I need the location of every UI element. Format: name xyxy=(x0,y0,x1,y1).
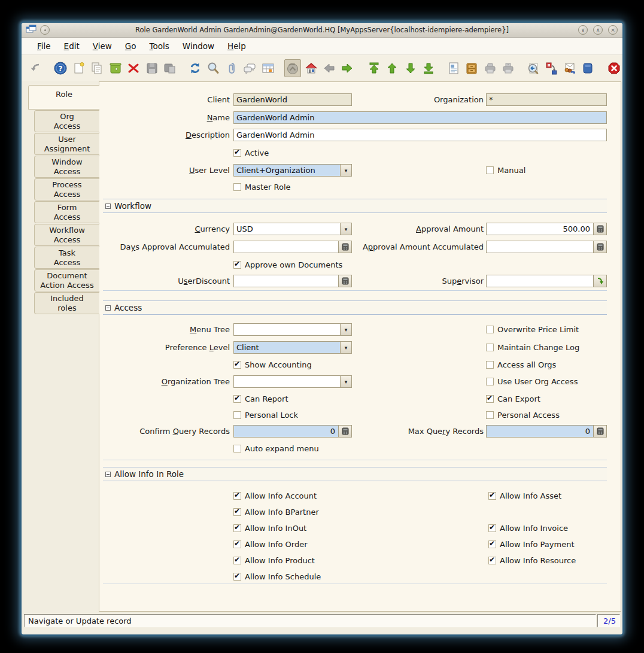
userdiscount-field[interactable] xyxy=(233,275,352,287)
chevron-down-icon[interactable]: ▾ xyxy=(340,165,351,176)
can-report-checkbox[interactable]: Can Report xyxy=(233,394,288,403)
menu-file[interactable]: File xyxy=(31,40,57,53)
window-menu-button[interactable] xyxy=(40,25,50,35)
section-allow-info[interactable]: Allow Info In Role xyxy=(103,467,607,481)
chevron-down-icon[interactable]: ▾ xyxy=(340,376,351,387)
calculator-icon[interactable] xyxy=(593,426,606,437)
calculator-icon[interactable] xyxy=(338,241,351,253)
allow-info-schedule-checkbox-box[interactable] xyxy=(233,573,241,581)
menu-window[interactable]: Window xyxy=(176,40,221,53)
allow-info-bpartner-checkbox[interactable]: Allow Info BPartner xyxy=(233,507,319,517)
access-all-orgs-checkbox[interactable]: Access all Orgs xyxy=(486,360,556,369)
calculator-icon[interactable] xyxy=(338,275,351,287)
menu-tree-combo[interactable]: ▾ xyxy=(233,323,352,336)
exit-icon[interactable] xyxy=(606,59,622,77)
user-level-combo[interactable]: Client+Organization▾ xyxy=(233,164,352,177)
print-preview-icon[interactable] xyxy=(500,59,517,77)
previous-record-icon[interactable] xyxy=(384,59,400,77)
undo-icon[interactable] xyxy=(28,59,44,77)
allow-info-invoice-checkbox[interactable]: Allow Info Invoice xyxy=(488,523,568,533)
allow-info-account-checkbox[interactable]: Allow Info Account xyxy=(233,491,317,500)
refresh-icon[interactable] xyxy=(187,59,203,77)
active-checkbox[interactable]: Active xyxy=(233,148,269,157)
allow-info-inout-checkbox-box[interactable] xyxy=(233,524,241,532)
requests-icon[interactable] xyxy=(561,59,578,77)
can-export-checkbox-box[interactable] xyxy=(486,395,494,403)
minimize-button[interactable]: ∨ xyxy=(578,25,588,35)
allow-info-resource-checkbox[interactable]: Allow Info Resource xyxy=(488,555,576,565)
allow-info-asset-checkbox[interactable]: Allow Info Asset xyxy=(488,491,561,500)
allow-info-account-checkbox-box[interactable] xyxy=(233,492,241,500)
active-checkbox-box[interactable] xyxy=(233,149,241,157)
confirm-query-records-field[interactable]: 0 xyxy=(233,425,352,438)
personal-lock-checkbox-box[interactable] xyxy=(233,411,241,419)
menu-tools[interactable]: Tools xyxy=(143,40,176,53)
can-export-checkbox[interactable]: Can Export xyxy=(486,394,540,403)
personal-access-checkbox[interactable]: Personal Access xyxy=(486,410,560,420)
overwrite-price-limit-checkbox[interactable]: Overwrite Price Limit xyxy=(486,324,579,334)
maintain-change-log-checkbox-box[interactable] xyxy=(486,344,494,351)
personal-access-checkbox-box[interactable] xyxy=(486,411,494,419)
history-icon[interactable] xyxy=(284,59,301,77)
personal-lock-checkbox[interactable]: Personal Lock xyxy=(233,410,298,420)
use-user-org-access-checkbox-box[interactable] xyxy=(486,378,494,385)
print-icon[interactable] xyxy=(482,59,499,77)
allow-info-product-checkbox-box[interactable] xyxy=(233,557,241,564)
zoom-across-icon[interactable] xyxy=(525,59,542,77)
record-indicator[interactable]: 2/5 xyxy=(597,614,620,627)
save-create-icon[interactable] xyxy=(162,59,178,77)
forward-icon[interactable] xyxy=(339,59,356,77)
organization-tree-combo[interactable]: ▾ xyxy=(233,375,352,388)
master-role-checkbox-box[interactable] xyxy=(233,183,241,191)
allow-info-order-checkbox-box[interactable] xyxy=(233,540,241,548)
attachment-icon[interactable] xyxy=(223,59,240,77)
calculator-icon[interactable] xyxy=(593,223,606,235)
section-workflow[interactable]: Workflow xyxy=(103,199,607,213)
maintain-change-log-checkbox[interactable]: Maintain Change Log xyxy=(486,342,579,352)
approval-amount-accumulated-field[interactable] xyxy=(486,241,607,253)
use-user-org-access-checkbox[interactable]: Use User Org Access xyxy=(486,376,578,386)
menu-help[interactable]: Help xyxy=(221,40,253,53)
back-icon[interactable] xyxy=(321,59,338,77)
tab-process-access[interactable]: ProcessAccess xyxy=(34,178,99,201)
workflow-icon[interactable] xyxy=(543,59,560,77)
allow-info-resource-checkbox-box[interactable] xyxy=(488,557,496,564)
supervisor-field[interactable] xyxy=(486,275,607,287)
grid-toggle-icon[interactable] xyxy=(260,59,277,77)
archive-icon[interactable] xyxy=(463,59,480,77)
chevron-down-icon[interactable]: ▾ xyxy=(340,324,351,335)
approve-own-documents-checkbox-box[interactable] xyxy=(233,261,241,269)
close-button[interactable]: × xyxy=(608,25,618,35)
tab-form-access[interactable]: FormAccess xyxy=(34,201,99,223)
manual-checkbox[interactable]: Manual xyxy=(486,165,525,175)
copy-record-icon[interactable] xyxy=(89,59,105,77)
approval-amount-field[interactable]: 500.00 xyxy=(486,223,607,235)
currency-combo[interactable]: USD▾ xyxy=(233,223,352,235)
collapse-icon[interactable] xyxy=(105,472,111,477)
parent-record-icon[interactable] xyxy=(303,59,320,77)
menu-view[interactable]: View xyxy=(86,40,119,53)
help-icon[interactable]: ? xyxy=(53,59,69,77)
lookup-arrow-icon[interactable] xyxy=(593,275,606,287)
allow-info-inout-checkbox[interactable]: Allow Info InOut xyxy=(233,523,306,533)
overwrite-price-limit-checkbox-box[interactable] xyxy=(486,326,494,333)
new-record-icon[interactable] xyxy=(71,59,87,77)
allow-info-payment-checkbox-box[interactable] xyxy=(488,540,496,548)
product-info-icon[interactable] xyxy=(579,59,596,77)
chat-icon[interactable] xyxy=(241,59,258,77)
chevron-down-icon[interactable]: ▾ xyxy=(340,342,351,353)
maximize-button[interactable]: ∧ xyxy=(593,25,603,35)
delete-record-icon[interactable] xyxy=(107,59,124,77)
master-role-checkbox[interactable]: Master Role xyxy=(233,182,291,192)
max-query-records-field[interactable]: 0 xyxy=(486,425,607,438)
chevron-down-icon[interactable]: ▾ xyxy=(340,223,351,235)
next-record-icon[interactable] xyxy=(402,59,419,77)
preference-level-combo[interactable]: Client▾ xyxy=(233,341,352,354)
first-record-icon[interactable] xyxy=(366,59,382,77)
show-accounting-checkbox-box[interactable] xyxy=(233,361,241,369)
calculator-icon[interactable] xyxy=(338,426,351,437)
name-field[interactable]: GardenWorld Admin xyxy=(233,111,607,124)
allow-info-schedule-checkbox[interactable]: Allow Info Schedule xyxy=(233,572,321,581)
delete-selection-icon[interactable] xyxy=(125,59,142,77)
find-icon[interactable] xyxy=(205,59,221,77)
